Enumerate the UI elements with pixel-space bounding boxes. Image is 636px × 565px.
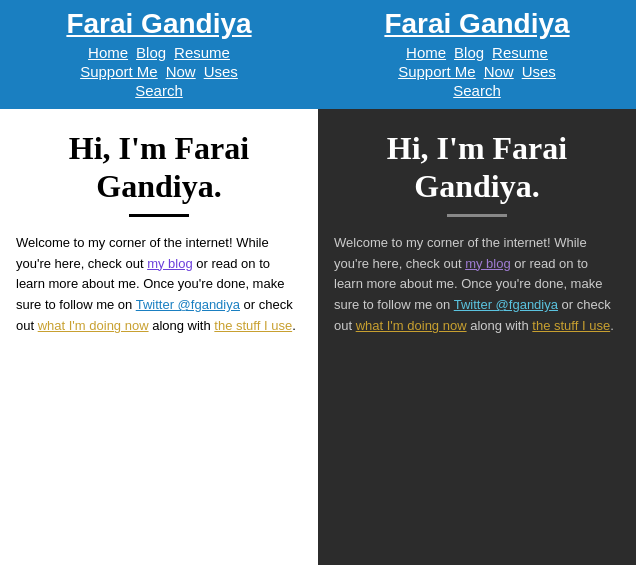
- nav-light-row2: Support Me Now Uses: [12, 63, 306, 80]
- blog-link-dark[interactable]: my blog: [465, 256, 511, 271]
- header-light: Farai Gandiya Home Blog Resume Support M…: [0, 0, 318, 109]
- divider-light: [129, 214, 189, 217]
- now-link-light[interactable]: what I'm doing now: [38, 318, 149, 333]
- nav-home-dark[interactable]: Home: [406, 44, 446, 61]
- stuff-link-light[interactable]: the stuff I use: [214, 318, 292, 333]
- divider-dark: [447, 214, 507, 217]
- nav-now-dark[interactable]: Now: [484, 63, 514, 80]
- content-dark: Hi, I'm FaraiGandiya. Welcome to my corn…: [318, 109, 636, 565]
- nav-blog-dark[interactable]: Blog: [454, 44, 484, 61]
- intro-text-dark: Welcome to my corner of the internet! Wh…: [334, 233, 620, 337]
- nav-uses-light[interactable]: Uses: [204, 63, 238, 80]
- nav-support-light[interactable]: Support Me: [80, 63, 158, 80]
- nav-support-dark[interactable]: Support Me: [398, 63, 476, 80]
- nav-light-row3: Search: [12, 82, 306, 99]
- nav-dark-row2: Support Me Now Uses: [330, 63, 624, 80]
- nav-search-light[interactable]: Search: [135, 82, 183, 99]
- twitter-link-light[interactable]: Twitter @fgandiya: [136, 297, 240, 312]
- stuff-link-dark[interactable]: the stuff I use: [532, 318, 610, 333]
- nav-resume-light[interactable]: Resume: [174, 44, 230, 61]
- hero-title-light: Hi, I'm FaraiGandiya.: [16, 129, 302, 206]
- panel-light: Farai Gandiya Home Blog Resume Support M…: [0, 0, 318, 565]
- intro-text-light: Welcome to my corner of the internet! Wh…: [16, 233, 302, 337]
- twitter-link-dark[interactable]: Twitter @fgandiya: [454, 297, 558, 312]
- nav-dark-row3: Search: [330, 82, 624, 99]
- nav-dark: Home Blog Resume: [330, 44, 624, 61]
- hero-title-dark: Hi, I'm FaraiGandiya.: [334, 129, 620, 206]
- site-title-light[interactable]: Farai Gandiya: [12, 8, 306, 40]
- nav-resume-dark[interactable]: Resume: [492, 44, 548, 61]
- header-dark: Farai Gandiya Home Blog Resume Support M…: [318, 0, 636, 109]
- blog-link-light[interactable]: my blog: [147, 256, 193, 271]
- page-wrapper: Farai Gandiya Home Blog Resume Support M…: [0, 0, 636, 565]
- now-link-dark[interactable]: what I'm doing now: [356, 318, 467, 333]
- content-light: Hi, I'm FaraiGandiya. Welcome to my corn…: [0, 109, 318, 565]
- nav-home-light[interactable]: Home: [88, 44, 128, 61]
- nav-blog-light[interactable]: Blog: [136, 44, 166, 61]
- nav-search-dark[interactable]: Search: [453, 82, 501, 99]
- panel-dark: Farai Gandiya Home Blog Resume Support M…: [318, 0, 636, 565]
- nav-light: Home Blog Resume: [12, 44, 306, 61]
- site-title-dark[interactable]: Farai Gandiya: [330, 8, 624, 40]
- nav-uses-dark[interactable]: Uses: [522, 63, 556, 80]
- nav-now-light[interactable]: Now: [166, 63, 196, 80]
